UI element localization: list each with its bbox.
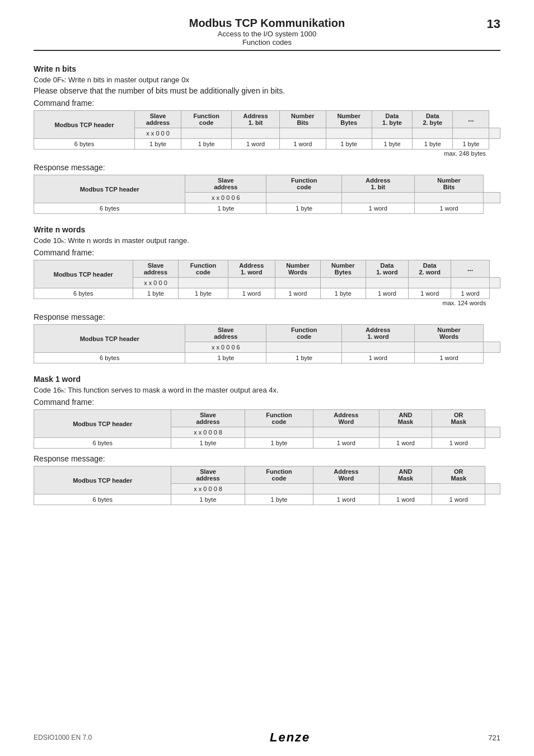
- header-center: Modbus TCP Kommunikation Access to the I…: [56, 17, 478, 46]
- page-footer: EDSIO1000 EN 7.0 Lenze 721: [34, 730, 500, 745]
- sub-title2: Function codes: [56, 38, 478, 46]
- section-desc-2: Code 16ₕ: This function serves to mask a…: [34, 386, 500, 394]
- section-desc2-0: Please observe that the number of bits m…: [34, 86, 500, 95]
- section-desc-1: Code 10ₕ: Write n words in master output…: [34, 236, 500, 245]
- page-number: 13: [478, 17, 500, 31]
- section-title-2: Mask 1 word: [34, 375, 500, 384]
- footer-page-num: 721: [488, 734, 500, 742]
- section-desc-0: Code 0Fₕ: Write n bits in master output …: [34, 76, 500, 84]
- frame-label-2: Command frame:: [34, 398, 500, 407]
- frame-label-1: Command frame:: [34, 248, 500, 257]
- sub-title1: Access to the I/O system 1000: [56, 30, 478, 38]
- sections-container: Write n bitsCode 0Fₕ: Write n bits in ma…: [34, 64, 500, 505]
- response-label-1: Response message:: [34, 312, 500, 321]
- section-write-n-words: Write n wordsCode 10ₕ: Write n words in …: [34, 225, 500, 363]
- lenze-logo: Lenze: [270, 730, 310, 745]
- frame-label-0: Command frame:: [34, 99, 500, 108]
- response-label-2: Response message:: [34, 454, 500, 463]
- section-mask-1-word: Mask 1 wordCode 16ₕ: This function serve…: [34, 375, 500, 505]
- section-title-1: Write n words: [34, 225, 500, 234]
- main-title: Modbus TCP Kommunikation: [56, 17, 478, 30]
- response-label-0: Response message:: [34, 163, 500, 172]
- section-title-0: Write n bits: [34, 64, 500, 73]
- page-header: Modbus TCP Kommunikation Access to the I…: [34, 17, 500, 51]
- section-write-n-bits: Write n bitsCode 0Fₕ: Write n bits in ma…: [34, 64, 500, 214]
- footer-left: EDSIO1000 EN 7.0: [34, 734, 92, 741]
